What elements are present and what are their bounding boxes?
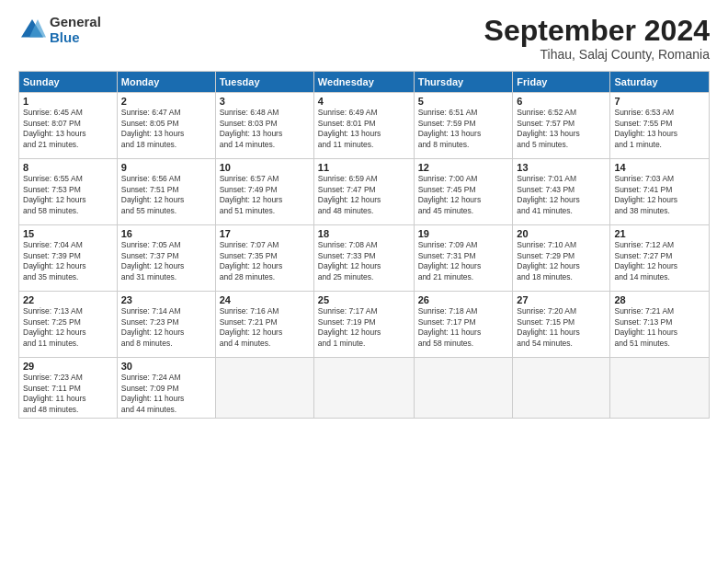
day-5: 5 Sunrise: 6:51 AMSunset: 7:59 PMDayligh… [414,93,513,159]
day-22: 22 Sunrise: 7:13 AMSunset: 7:25 PMDaylig… [19,292,118,358]
logo-text: General Blue [50,15,101,45]
empty-cell [313,358,414,419]
day-17: 17 Sunrise: 7:07 AMSunset: 7:35 PMDaylig… [215,225,313,292]
day-25: 25 Sunrise: 7:17 AMSunset: 7:19 PMDaylig… [313,292,414,358]
weekday-header-row: Sunday Monday Tuesday Wednesday Thursday… [19,72,710,93]
logo-icon [18,17,46,44]
empty-cell [414,358,513,419]
table-row: 1 Sunrise: 6:45 AMSunset: 8:07 PMDayligh… [19,93,710,159]
logo-blue: Blue [50,30,101,46]
day-2: 2 Sunrise: 6:47 AMSunset: 8:05 PMDayligh… [117,93,215,159]
location-subtitle: Tihau, Salaj County, Romania [484,47,710,62]
table-row: 22 Sunrise: 7:13 AMSunset: 7:25 PMDaylig… [19,292,710,358]
day-27: 27 Sunrise: 7:20 AMSunset: 7:15 PMDaylig… [513,292,610,358]
day-10: 10 Sunrise: 6:57 AMSunset: 7:49 PMDaylig… [215,159,313,225]
header: General Blue September 2024 Tihau, Salaj… [18,15,710,62]
day-4: 4 Sunrise: 6:49 AMSunset: 8:01 PMDayligh… [313,93,414,159]
day-12: 12 Sunrise: 7:00 AMSunset: 7:45 PMDaylig… [414,159,513,225]
day-15: 15 Sunrise: 7:04 AMSunset: 7:39 PMDaylig… [19,225,118,292]
table-row: 15 Sunrise: 7:04 AMSunset: 7:39 PMDaylig… [19,225,710,292]
empty-cell [215,358,313,419]
header-friday: Friday [513,72,610,93]
calendar: Sunday Monday Tuesday Wednesday Thursday… [18,71,710,419]
day-29: 29 Sunrise: 7:23 AMSunset: 7:11 PMDaylig… [19,358,118,419]
day-9: 9 Sunrise: 6:56 AMSunset: 7:51 PMDayligh… [117,159,215,225]
day-14: 14 Sunrise: 7:03 AMSunset: 7:41 PMDaylig… [610,159,710,225]
empty-cell [610,358,710,419]
day-16: 16 Sunrise: 7:05 AMSunset: 7:37 PMDaylig… [117,225,215,292]
day-23: 23 Sunrise: 7:14 AMSunset: 7:23 PMDaylig… [117,292,215,358]
day-6: 6 Sunrise: 6:52 AMSunset: 7:57 PMDayligh… [513,93,610,159]
header-monday: Monday [117,72,215,93]
day-13: 13 Sunrise: 7:01 AMSunset: 7:43 PMDaylig… [513,159,610,225]
day-7: 7 Sunrise: 6:53 AMSunset: 7:55 PMDayligh… [610,93,710,159]
day-21: 21 Sunrise: 7:12 AMSunset: 7:27 PMDaylig… [610,225,710,292]
table-row: 8 Sunrise: 6:55 AMSunset: 7:53 PMDayligh… [19,159,710,225]
header-wednesday: Wednesday [313,72,414,93]
header-tuesday: Tuesday [215,72,313,93]
day-8: 8 Sunrise: 6:55 AMSunset: 7:53 PMDayligh… [19,159,118,225]
day-11: 11 Sunrise: 6:59 AMSunset: 7:47 PMDaylig… [313,159,414,225]
day-20: 20 Sunrise: 7:10 AMSunset: 7:29 PMDaylig… [513,225,610,292]
day-30: 30 Sunrise: 7:24 AMSunset: 7:09 PMDaylig… [117,358,215,419]
empty-cell [513,358,610,419]
day-3: 3 Sunrise: 6:48 AMSunset: 8:03 PMDayligh… [215,93,313,159]
page: General Blue September 2024 Tihau, Salaj… [0,0,728,563]
day-18: 18 Sunrise: 7:08 AMSunset: 7:33 PMDaylig… [313,225,414,292]
day-1: 1 Sunrise: 6:45 AMSunset: 8:07 PMDayligh… [19,93,118,159]
title-block: September 2024 Tihau, Salaj County, Roma… [484,15,710,62]
header-thursday: Thursday [414,72,513,93]
day-19: 19 Sunrise: 7:09 AMSunset: 7:31 PMDaylig… [414,225,513,292]
header-saturday: Saturday [610,72,710,93]
logo: General Blue [18,15,101,45]
day-28: 28 Sunrise: 7:21 AMSunset: 7:13 PMDaylig… [610,292,710,358]
day-24: 24 Sunrise: 7:16 AMSunset: 7:21 PMDaylig… [215,292,313,358]
header-sunday: Sunday [19,72,118,93]
day-26: 26 Sunrise: 7:18 AMSunset: 7:17 PMDaylig… [414,292,513,358]
logo-general: General [50,15,101,30]
month-title: September 2024 [484,15,710,47]
table-row: 29 Sunrise: 7:23 AMSunset: 7:11 PMDaylig… [19,358,710,419]
